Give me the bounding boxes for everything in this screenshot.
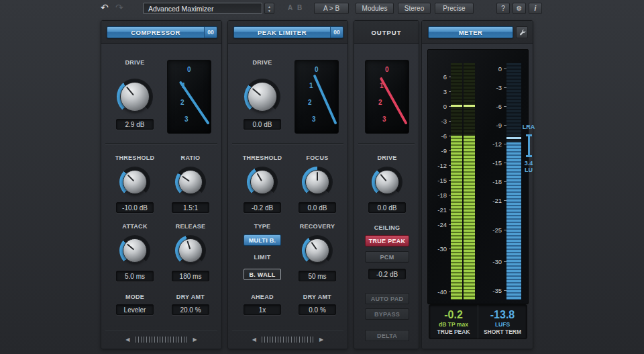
limiter-title-button[interactable]: PEAK LIMITER 00 (233, 26, 343, 38)
true-peak-readout[interactable]: -0.2 dB TP max TRUE PEAK (429, 305, 478, 339)
compressor-release-value[interactable]: 180 ms (172, 271, 209, 281)
output-drive-label: DRIVE (360, 154, 414, 161)
limiter-recovery-knob[interactable] (302, 235, 333, 266)
output-pcm-button[interactable]: PCM (365, 251, 409, 263)
lufs-readout[interactable]: -13.8 LUFS SHORT TERM (478, 305, 527, 339)
peak-hold-marker (451, 105, 462, 107)
ab-compare-button[interactable]: A > B (314, 3, 349, 14)
compressor-drive-knob[interactable] (117, 79, 153, 115)
knob-pointer (118, 234, 152, 268)
limiter-focus-label: FOCUS (290, 154, 344, 161)
compressor-ratio-value[interactable]: 1.5:1 (172, 202, 209, 213)
scrub-left-icon[interactable]: ◀ (125, 337, 129, 343)
db-scale-label: -15 (429, 177, 447, 184)
lra-value: 3.4 (522, 160, 535, 167)
meter-display: 630-3-6-9-12-15-18-21-24-30-40 0-3-6-9-1… (427, 49, 529, 304)
compressor-title-button[interactable]: COMPRESSOR 00 (107, 26, 217, 38)
loudness-peak-marker (506, 137, 521, 139)
db-scale-label: -24 (429, 222, 447, 228)
precise-button[interactable]: Precise (435, 3, 474, 14)
limiter-focus-value[interactable]: 0.0 dB (299, 202, 336, 213)
compressor-attack-knob[interactable] (119, 235, 150, 266)
limiter-drive-label: DRIVE (235, 59, 289, 66)
lufs-scale-label: -35 (484, 287, 502, 294)
lufs-scale-label: -25 (484, 227, 502, 234)
limiter-badge[interactable]: 00 (330, 27, 343, 38)
db-scale-label: -40 (429, 289, 447, 296)
lufs-scale: 0-3-6-9-12-15-18-21-25-30-35-40 (484, 66, 502, 338)
divider (232, 143, 343, 144)
scrub-ticks[interactable] (136, 337, 188, 343)
scrub-left-icon[interactable]: ◀ (252, 337, 256, 343)
true-peak-value: -0.2 (444, 309, 463, 320)
lufs-unit: LUFS (495, 321, 510, 328)
limiter-threshold-knob[interactable] (247, 167, 278, 197)
compressor-gain-reduction-meter: 0123 (167, 60, 211, 134)
knob-pointer (370, 165, 405, 200)
knob-pointer (301, 234, 334, 267)
output-delta-button[interactable]: DELTA (365, 330, 409, 341)
lufs-value: -13.8 (490, 309, 515, 320)
meter-title-button[interactable]: METER (428, 26, 513, 38)
modules-button[interactable]: Modules (356, 3, 394, 14)
compressor-attack-value[interactable]: 5.0 ms (116, 271, 154, 281)
compressor-threshold-value[interactable]: -10.0 dB (116, 202, 154, 213)
output-bypass-button[interactable]: BYPASS (365, 308, 409, 320)
compressor-threshold-knob[interactable] (119, 167, 150, 197)
knob-pointer (118, 165, 152, 200)
limiter-ahead-value[interactable]: 1x (244, 304, 281, 315)
info-button[interactable]: i (529, 3, 542, 14)
peak-meter-fill (451, 136, 462, 300)
compressor-variation-scrubber[interactable]: ◀ ▶ (109, 334, 213, 345)
compressor-dry-value[interactable]: 20.0 % (172, 304, 209, 315)
limiter-dry-value[interactable]: 0.0 % (299, 304, 336, 315)
output-ceiling-value[interactable]: -0.2 dB (368, 269, 406, 279)
lufs-scale-label: -12 (484, 141, 502, 148)
compressor-ratio-knob[interactable] (175, 167, 206, 197)
knob-pointer (174, 165, 207, 199)
db-scale-label: -3 (429, 118, 447, 125)
limiter-ahead-label: AHEAD (235, 294, 289, 300)
limiter-drive-value[interactable]: 0.0 dB (244, 119, 281, 130)
limiter-limit-button[interactable]: B. WALL (244, 269, 281, 280)
output-drive-knob[interactable] (372, 167, 402, 197)
help-button[interactable]: ? (496, 3, 510, 14)
redo-icon[interactable]: ↷ (115, 2, 123, 13)
undo-icon[interactable]: ↶ (101, 2, 109, 13)
scrub-right-icon[interactable]: ▶ (193, 337, 197, 343)
limiter-variation-scrubber[interactable]: ◀ ▶ (236, 334, 339, 345)
limiter-threshold-value[interactable]: -0.2 dB (244, 202, 281, 213)
limiter-focus-knob[interactable] (302, 167, 333, 197)
preset-down-icon[interactable]: ▼ (268, 9, 271, 13)
meter-settings-wrench-icon[interactable] (516, 26, 528, 38)
settings-gear-icon[interactable]: ⚙ (513, 3, 526, 14)
divider (232, 330, 343, 331)
limiter-threshold-label: THRESHOLD (235, 154, 289, 161)
preset-selector[interactable]: Advanced Maximizer (143, 3, 262, 14)
compressor-badge[interactable]: 00 (204, 27, 217, 38)
compressor-dry-label: DRY AMT (164, 294, 217, 300)
peak-meter-fill (464, 136, 475, 300)
lufs-scale-label: -6 (484, 103, 502, 110)
limiter-recovery-value[interactable]: 50 ms (299, 271, 336, 281)
lufs-scale-label: -18 (484, 179, 502, 185)
stereo-button[interactable]: Stereo (398, 3, 431, 14)
limiter-type-button[interactable]: MULTI B. (244, 234, 281, 246)
output-auto-pad-button[interactable]: AUTO PAD (365, 293, 409, 304)
compressor-drive-label: DRIVE (108, 59, 162, 66)
compressor-mode-value[interactable]: Leveler (116, 304, 154, 315)
limiter-drive-knob[interactable] (244, 79, 280, 115)
compressor-threshold-label: THRESHOLD (108, 154, 162, 161)
output-true-peak-button[interactable]: TRUE PEAK (365, 235, 409, 247)
compressor-release-knob[interactable] (175, 235, 206, 266)
loudness-meter-fill (506, 142, 521, 300)
scrub-right-icon[interactable]: ▶ (319, 337, 323, 343)
compressor-drive-value[interactable]: 2.9 dB (116, 119, 154, 130)
output-drive-value[interactable]: 0.0 dB (368, 202, 406, 213)
meter-readout: -0.2 dB TP max TRUE PEAK -13.8 LUFS SHOR… (429, 304, 527, 339)
scrub-ticks[interactable] (262, 337, 314, 343)
preset-stepper[interactable]: ▲ ▼ (264, 3, 274, 14)
loudness-meter-bar (506, 63, 521, 300)
lufs-scale-label: -21 (484, 197, 502, 204)
true-peak-sub: TRUE PEAK (437, 328, 470, 335)
